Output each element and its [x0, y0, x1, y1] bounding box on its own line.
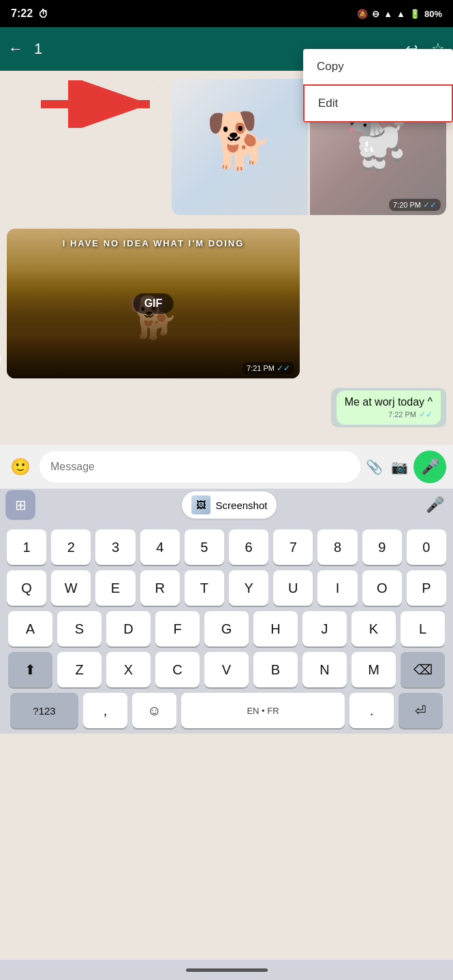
- key-c[interactable]: C: [155, 652, 200, 687]
- red-arrow-indicator: [34, 80, 170, 131]
- key-f[interactable]: F: [155, 611, 200, 647]
- keyboard-rows: 1 2 3 4 5 6 7 8 9 0 Q W E R T Y U I O P …: [4, 527, 449, 731]
- input-area: 🙂 📎 📷 🎤: [0, 445, 453, 489]
- dog-image-left: [172, 79, 308, 215]
- gif-bubble: I HAVE NO IDEA WHAT I'M DOING 🐕 GIF 7:21…: [7, 229, 300, 378]
- key-comma[interactable]: ,: [83, 693, 127, 728]
- grid-icon: ⊞: [15, 497, 27, 513]
- key-8[interactable]: 8: [317, 529, 357, 565]
- key-k[interactable]: K: [352, 611, 396, 647]
- key-7[interactable]: 7: [273, 529, 313, 565]
- context-menu: Copy Edit: [303, 49, 453, 122]
- key-p[interactable]: P: [407, 570, 446, 606]
- key-y[interactable]: Y: [229, 570, 268, 606]
- suggestion-mic-button[interactable]: 🎤: [423, 493, 448, 517]
- keyboard-row-numbers: 1 2 3 4 5 6 7 8 9 0: [7, 529, 446, 565]
- status-bar: 7:22 ⏱ 🔕 ⊖ ▲ ▲ 🔋 80%: [0, 0, 453, 27]
- key-q[interactable]: Q: [7, 570, 46, 606]
- wifi-icon: ▲: [384, 9, 392, 19]
- copy-menu-item[interactable]: Copy: [303, 49, 453, 84]
- key-u[interactable]: U: [273, 570, 313, 606]
- key-r[interactable]: R: [140, 570, 180, 606]
- bottom-bar: [0, 960, 453, 980]
- key-5[interactable]: 5: [185, 529, 224, 565]
- edit-menu-item[interactable]: Edit: [303, 84, 453, 122]
- key-4[interactable]: 4: [140, 529, 180, 565]
- attach-icon[interactable]: 📎: [366, 459, 383, 475]
- status-left: 7:22 ⏱: [11, 7, 48, 20]
- message-count: 1: [34, 40, 42, 58]
- key-emoji[interactable]: ☺: [132, 693, 176, 728]
- keyboard-row-bottom: ?123 , ☺ EN • FR . ⏎: [7, 693, 446, 728]
- key-3[interactable]: 3: [95, 529, 135, 565]
- key-o[interactable]: O: [362, 570, 402, 606]
- key-g[interactable]: G: [204, 611, 249, 647]
- key-s[interactable]: S: [57, 611, 101, 647]
- bell-off-icon: 🔕: [357, 9, 368, 19]
- suggestion-mic-icon: 🎤: [426, 496, 444, 514]
- key-9[interactable]: 9: [362, 529, 402, 565]
- key-w[interactable]: W: [51, 570, 91, 606]
- battery-icon: 🔋: [409, 9, 420, 19]
- key-1[interactable]: 1: [7, 529, 46, 565]
- key-b[interactable]: B: [253, 652, 298, 687]
- status-time: 7:22: [11, 7, 33, 20]
- screenshot-chip[interactable]: 🖼 Screenshot: [182, 491, 277, 519]
- messages-container: 7:20 PM ✓✓ ↪ I HAVE NO IDEA WHAT I'M DOI…: [7, 79, 446, 427]
- battery-pct: 80%: [424, 9, 442, 19]
- sent-check-icon: ✓✓: [419, 410, 433, 419]
- key-m[interactable]: M: [352, 652, 396, 687]
- gif-background: I HAVE NO IDEA WHAT I'M DOING 🐕 GIF: [7, 229, 300, 378]
- sent-text-message: Me at worj today ^ 7:22 PM ✓✓: [7, 388, 446, 427]
- key-space[interactable]: EN • FR: [181, 693, 345, 728]
- key-shift[interactable]: ⬆: [8, 652, 52, 687]
- chip-image: 🖼: [191, 495, 210, 514]
- sent-bubble: Me at worj today ^ 7:22 PM ✓✓: [337, 391, 441, 425]
- key-d[interactable]: D: [106, 611, 151, 647]
- keyboard-area: 1 2 3 4 5 6 7 8 9 0 Q W E R T Y U I O P …: [0, 521, 453, 734]
- key-e[interactable]: E: [95, 570, 135, 606]
- key-backspace[interactable]: ⌫: [401, 652, 445, 687]
- key-t[interactable]: T: [185, 570, 224, 606]
- check-icon: ✓✓: [423, 200, 437, 210]
- timer-icon: ⏱: [38, 8, 48, 20]
- sent-bubble-text: Me at worj today ^: [345, 396, 433, 408]
- key-6[interactable]: 6: [229, 529, 268, 565]
- mic-button[interactable]: 🎤: [413, 451, 446, 483]
- key-l[interactable]: L: [401, 611, 445, 647]
- sent-bubble-time: 7:22 PM: [388, 410, 416, 419]
- bottom-home-indicator: [186, 968, 268, 972]
- key-i[interactable]: I: [317, 570, 357, 606]
- minus-circle-icon: ⊖: [372, 9, 379, 19]
- mic-icon: 🎤: [421, 458, 439, 476]
- key-symbols[interactable]: ?123: [10, 693, 78, 728]
- key-a[interactable]: A: [8, 611, 52, 647]
- camera-icon[interactable]: 📷: [391, 459, 408, 475]
- key-2[interactable]: 2: [51, 529, 91, 565]
- emoji-button[interactable]: 🙂: [7, 453, 34, 480]
- message-input[interactable]: [40, 451, 360, 483]
- key-enter[interactable]: ⏎: [399, 693, 443, 728]
- key-0[interactable]: 0: [407, 529, 446, 565]
- key-period[interactable]: .: [349, 693, 394, 728]
- status-right: 🔕 ⊖ ▲ ▲ 🔋 80%: [357, 9, 442, 19]
- gif-message: ↪ I HAVE NO IDEA WHAT I'M DOING 🐕 GIF 7:…: [7, 226, 446, 378]
- gif-check-icon: ✓✓: [277, 363, 290, 373]
- input-icons: 📎 📷: [366, 459, 408, 475]
- keyboard-row-z: ⬆ Z X C V B N M ⌫: [7, 652, 446, 687]
- chip-label: Screenshot: [216, 500, 268, 511]
- back-button[interactable]: ←: [8, 40, 23, 58]
- signal-icon: ▲: [396, 9, 405, 19]
- gif-overlay-text: I HAVE NO IDEA WHAT I'M DOING: [63, 238, 245, 248]
- key-h[interactable]: H: [253, 611, 298, 647]
- suggestion-bar: ⊞ 🖼 Screenshot 🎤: [0, 489, 453, 521]
- key-x[interactable]: X: [106, 652, 151, 687]
- keyboard-row-a: A S D F G H J K L: [7, 611, 446, 647]
- gif-label: GIF: [134, 293, 174, 314]
- apps-icon-button[interactable]: ⊞: [5, 490, 35, 520]
- key-n[interactable]: N: [302, 652, 347, 687]
- key-v[interactable]: V: [204, 652, 249, 687]
- key-z[interactable]: Z: [57, 652, 101, 687]
- forward-icon[interactable]: ↪: [0, 347, 1, 372]
- key-j[interactable]: J: [302, 611, 347, 647]
